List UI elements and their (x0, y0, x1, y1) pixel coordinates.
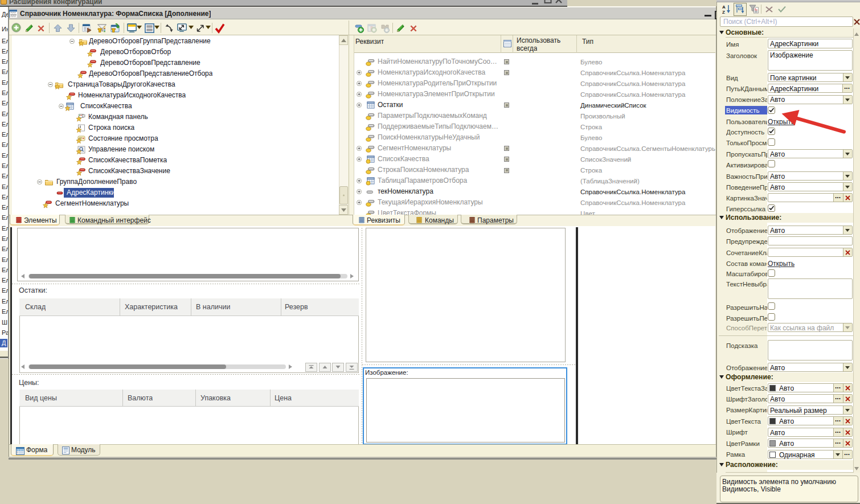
svg-text:Z: Z (722, 10, 725, 14)
svg-text:A: A (722, 5, 726, 10)
